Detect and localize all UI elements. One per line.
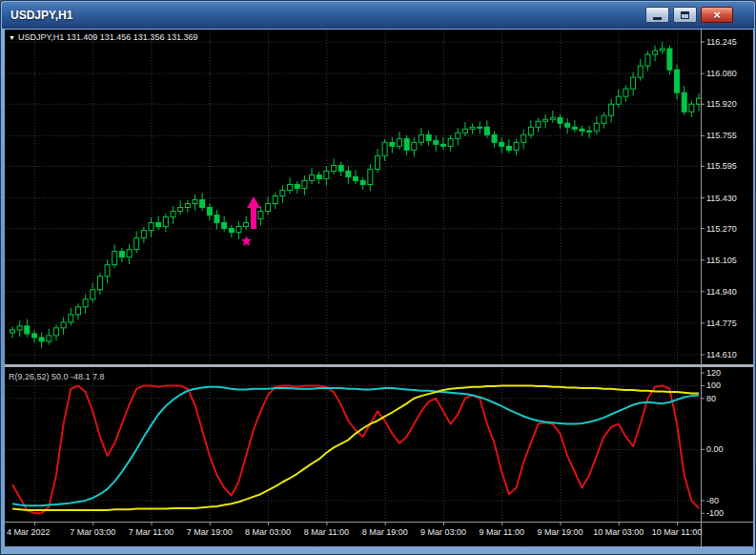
candle [185,204,190,208]
candle [390,142,395,146]
close-button[interactable]: × [701,7,733,23]
candle [492,134,497,142]
time-axis-label: 10 Mar 11:00 [652,527,702,537]
candle [404,138,409,150]
candle [543,119,548,121]
time-axis-label: 8 Mar 11:00 [304,527,349,537]
candle [354,176,358,180]
candle [536,121,541,127]
chevron-down-icon[interactable]: ▼ [9,34,15,41]
candle [594,123,599,131]
candle [346,171,351,176]
indicator-axis-label: 80 [706,394,716,403]
candles-group [10,42,702,348]
candle [163,217,168,227]
candle [134,238,139,250]
chart-area[interactable]: ▼USDJPY,H1 131.409 131.456 131.356 131.3… [5,30,753,546]
candle [470,127,475,129]
candle [10,330,15,333]
candle [484,127,489,134]
candle [521,134,526,142]
candle [156,223,161,227]
pane-separator[interactable] [5,364,753,367]
candle [689,104,694,112]
price-axis-label: 114.775 [706,319,737,328]
indicator-line-fast-9 [12,385,699,513]
price-axis-label: 115.105 [706,256,737,265]
buy-arrow-icon [247,196,260,233]
candle [550,117,555,119]
candle [528,127,533,134]
time-axis-label: 8 Mar 19:00 [362,527,408,537]
chart-canvas [5,30,753,546]
candle [61,322,66,328]
candle [193,200,197,204]
time-axis-label: 4 Mar 2022 [7,527,51,537]
indicator-axis-label: 0.00 [706,444,724,454]
candle [440,144,445,146]
indicator-axis-label: -80 [706,496,719,505]
title-bar[interactable]: USDJPY,H1 × [2,2,754,29]
candle [69,315,73,322]
indicator-line-mid-26 [12,387,699,506]
candle [295,184,299,188]
price-axis-label: 114.940 [706,287,737,297]
maximize-icon [681,11,689,19]
candle [288,184,293,190]
chart-symbol-label: ▼USDJPY,H1 131.409 131.456 131.356 131.3… [9,32,197,42]
candle [376,155,380,169]
candle [660,49,664,51]
candle [609,104,614,115]
time-axis-label: 7 Mar 19:00 [187,527,233,537]
close-icon: × [713,9,721,21]
time-axis-label: 10 Mar 03:00 [593,527,644,537]
candle [456,133,460,138]
candle [572,127,577,129]
candle [222,223,227,229]
candle [397,138,401,146]
candle [266,204,271,212]
candle [171,212,175,217]
time-axis-label: 7 Mar 11:00 [129,527,174,537]
price-axis-label: 115.595 [706,161,737,171]
candle [25,326,30,334]
candle [200,200,205,208]
window-title: USDJPY,H1 [10,9,72,22]
indicator-label: R(9,26,52) 50.0 -48.1 7.8 [9,372,105,381]
candle [697,98,702,104]
minimize-button[interactable] [645,7,669,23]
candle [558,117,562,123]
candle [506,146,511,150]
price-axis-label: 115.430 [706,194,737,203]
maximize-button[interactable] [673,7,697,23]
price-axis-label: 115.755 [706,131,737,140]
candle [17,326,22,330]
candle [141,231,146,238]
candle [682,92,686,112]
minimize-icon [653,17,662,20]
candle [310,175,315,180]
time-axis-label: 8 Mar 03:00 [245,527,291,537]
candle [119,252,124,257]
price-axis-label: 115.270 [706,224,737,234]
price-axis-label: 114.610 [706,350,737,360]
candle [112,252,117,265]
candle [338,165,343,171]
candle [616,96,621,104]
candle [317,175,321,178]
candle [83,299,88,307]
candle [631,77,636,89]
candle [280,190,285,195]
candle [434,140,439,144]
indicator-line-slow-52 [12,385,699,510]
candle [462,129,467,133]
candle [645,54,650,66]
signal-star-icon [241,233,252,250]
candle [565,123,570,127]
candle [47,336,51,341]
candle [587,131,592,132]
candle [332,165,337,171]
candle [324,171,329,178]
candle [675,70,680,92]
candle [653,51,658,54]
